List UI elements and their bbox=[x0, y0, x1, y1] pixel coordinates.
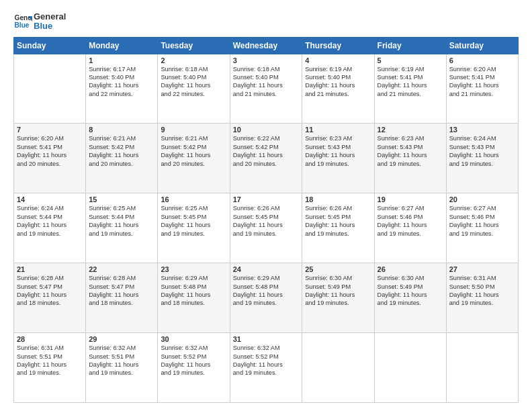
day-cell: 9Sunrise: 6:21 AM Sunset: 5:42 PM Daylig… bbox=[158, 124, 230, 193]
day-info: Sunrise: 6:18 AM Sunset: 5:40 PM Dayligh… bbox=[161, 65, 226, 99]
day-cell: 2Sunrise: 6:18 AM Sunset: 5:40 PM Daylig… bbox=[158, 54, 230, 124]
logo-general: General bbox=[34, 12, 66, 21]
day-cell: 14Sunrise: 6:24 AM Sunset: 5:44 PM Dayli… bbox=[14, 193, 86, 263]
weekday-monday: Monday bbox=[86, 37, 158, 54]
day-number: 8 bbox=[89, 126, 154, 134]
weekday-friday: Friday bbox=[374, 37, 446, 54]
day-number: 27 bbox=[449, 265, 515, 273]
weekday-wednesday: Wednesday bbox=[230, 37, 302, 54]
weekday-header-row: SundayMondayTuesdayWednesdayThursdayFrid… bbox=[14, 37, 519, 54]
logo-blue: Blue bbox=[34, 21, 66, 31]
day-number: 20 bbox=[449, 195, 515, 203]
day-cell bbox=[302, 333, 374, 403]
day-cell: 31Sunrise: 6:32 AM Sunset: 5:52 PM Dayli… bbox=[230, 333, 302, 403]
svg-text:Blue: Blue bbox=[15, 21, 30, 29]
day-cell: 16Sunrise: 6:25 AM Sunset: 5:45 PM Dayli… bbox=[158, 193, 230, 263]
day-cell: 4Sunrise: 6:19 AM Sunset: 5:40 PM Daylig… bbox=[302, 54, 374, 124]
day-cell: 7Sunrise: 6:20 AM Sunset: 5:41 PM Daylig… bbox=[14, 124, 86, 193]
day-cell: 27Sunrise: 6:31 AM Sunset: 5:50 PM Dayli… bbox=[446, 263, 518, 333]
day-number: 7 bbox=[17, 126, 83, 134]
day-info: Sunrise: 6:23 AM Sunset: 5:43 PM Dayligh… bbox=[378, 134, 443, 168]
day-info: Sunrise: 6:29 AM Sunset: 5:48 PM Dayligh… bbox=[233, 274, 300, 308]
day-info: Sunrise: 6:32 AM Sunset: 5:52 PM Dayligh… bbox=[233, 344, 300, 377]
day-number: 16 bbox=[161, 195, 226, 203]
page: General Blue General Blue SundayMondayTu… bbox=[0, 0, 532, 411]
week-row-2: 14Sunrise: 6:24 AM Sunset: 5:44 PM Dayli… bbox=[14, 193, 519, 263]
day-info: Sunrise: 6:25 AM Sunset: 5:44 PM Dayligh… bbox=[89, 204, 154, 238]
day-cell: 28Sunrise: 6:31 AM Sunset: 5:51 PM Dayli… bbox=[14, 333, 86, 403]
day-number: 12 bbox=[378, 126, 443, 134]
day-info: Sunrise: 6:28 AM Sunset: 5:47 PM Dayligh… bbox=[89, 274, 154, 308]
day-number: 29 bbox=[89, 335, 154, 343]
day-info: Sunrise: 6:21 AM Sunset: 5:42 PM Dayligh… bbox=[161, 134, 226, 168]
day-info: Sunrise: 6:26 AM Sunset: 5:45 PM Dayligh… bbox=[305, 204, 371, 238]
weekday-tuesday: Tuesday bbox=[158, 37, 230, 54]
day-cell: 26Sunrise: 6:30 AM Sunset: 5:49 PM Dayli… bbox=[374, 263, 446, 333]
calendar-table: SundayMondayTuesdayWednesdayThursdayFrid… bbox=[13, 37, 519, 403]
weekday-thursday: Thursday bbox=[302, 37, 374, 54]
calendar-body: 1Sunrise: 6:17 AM Sunset: 5:40 PM Daylig… bbox=[14, 54, 519, 402]
day-number: 17 bbox=[233, 195, 300, 203]
day-cell bbox=[446, 333, 518, 403]
day-info: Sunrise: 6:17 AM Sunset: 5:40 PM Dayligh… bbox=[89, 65, 154, 99]
day-cell: 19Sunrise: 6:27 AM Sunset: 5:46 PM Dayli… bbox=[374, 193, 446, 263]
day-info: Sunrise: 6:20 AM Sunset: 5:41 PM Dayligh… bbox=[449, 65, 515, 99]
day-info: Sunrise: 6:29 AM Sunset: 5:48 PM Dayligh… bbox=[161, 274, 226, 308]
day-info: Sunrise: 6:26 AM Sunset: 5:45 PM Dayligh… bbox=[233, 204, 300, 238]
day-number: 3 bbox=[233, 56, 300, 64]
day-info: Sunrise: 6:31 AM Sunset: 5:50 PM Dayligh… bbox=[449, 274, 515, 308]
day-number: 13 bbox=[449, 126, 515, 134]
day-cell: 20Sunrise: 6:27 AM Sunset: 5:46 PM Dayli… bbox=[446, 193, 518, 263]
day-info: Sunrise: 6:32 AM Sunset: 5:51 PM Dayligh… bbox=[89, 344, 154, 377]
day-cell bbox=[14, 54, 86, 124]
week-row-4: 28Sunrise: 6:31 AM Sunset: 5:51 PM Dayli… bbox=[14, 333, 519, 403]
day-number: 18 bbox=[305, 195, 371, 203]
day-cell: 6Sunrise: 6:20 AM Sunset: 5:41 PM Daylig… bbox=[446, 54, 518, 124]
day-number: 28 bbox=[17, 335, 83, 343]
day-info: Sunrise: 6:23 AM Sunset: 5:43 PM Dayligh… bbox=[305, 134, 371, 168]
header: General Blue General Blue bbox=[13, 12, 519, 32]
day-cell: 30Sunrise: 6:32 AM Sunset: 5:52 PM Dayli… bbox=[158, 333, 230, 403]
day-number: 23 bbox=[161, 265, 226, 273]
day-cell: 11Sunrise: 6:23 AM Sunset: 5:43 PM Dayli… bbox=[302, 124, 374, 193]
day-cell: 3Sunrise: 6:18 AM Sunset: 5:40 PM Daylig… bbox=[230, 54, 302, 124]
day-number: 25 bbox=[305, 265, 371, 273]
week-row-1: 7Sunrise: 6:20 AM Sunset: 5:41 PM Daylig… bbox=[14, 124, 519, 193]
day-info: Sunrise: 6:27 AM Sunset: 5:46 PM Dayligh… bbox=[378, 204, 443, 238]
day-cell: 10Sunrise: 6:22 AM Sunset: 5:42 PM Dayli… bbox=[230, 124, 302, 193]
day-number: 22 bbox=[89, 265, 154, 273]
day-info: Sunrise: 6:20 AM Sunset: 5:41 PM Dayligh… bbox=[17, 134, 83, 168]
day-number: 6 bbox=[449, 56, 515, 64]
day-number: 30 bbox=[161, 335, 226, 343]
weekday-saturday: Saturday bbox=[446, 37, 518, 54]
week-row-0: 1Sunrise: 6:17 AM Sunset: 5:40 PM Daylig… bbox=[14, 54, 519, 124]
logo: General Blue General Blue bbox=[13, 12, 66, 32]
calendar-header: SundayMondayTuesdayWednesdayThursdayFrid… bbox=[14, 37, 519, 54]
day-cell: 29Sunrise: 6:32 AM Sunset: 5:51 PM Dayli… bbox=[86, 333, 158, 403]
day-cell: 5Sunrise: 6:19 AM Sunset: 5:41 PM Daylig… bbox=[374, 54, 446, 124]
day-number: 31 bbox=[233, 335, 300, 343]
day-cell: 22Sunrise: 6:28 AM Sunset: 5:47 PM Dayli… bbox=[86, 263, 158, 333]
day-cell: 17Sunrise: 6:26 AM Sunset: 5:45 PM Dayli… bbox=[230, 193, 302, 263]
day-number: 4 bbox=[305, 56, 371, 64]
day-cell: 13Sunrise: 6:24 AM Sunset: 5:43 PM Dayli… bbox=[446, 124, 518, 193]
day-number: 5 bbox=[378, 56, 443, 64]
day-cell: 12Sunrise: 6:23 AM Sunset: 5:43 PM Dayli… bbox=[374, 124, 446, 193]
day-number: 11 bbox=[305, 126, 371, 134]
day-cell: 8Sunrise: 6:21 AM Sunset: 5:42 PM Daylig… bbox=[86, 124, 158, 193]
logo-icon: General Blue bbox=[13, 12, 32, 31]
day-info: Sunrise: 6:18 AM Sunset: 5:40 PM Dayligh… bbox=[233, 65, 300, 99]
day-cell: 25Sunrise: 6:30 AM Sunset: 5:49 PM Dayli… bbox=[302, 263, 374, 333]
day-number: 21 bbox=[17, 265, 83, 273]
day-cell: 21Sunrise: 6:28 AM Sunset: 5:47 PM Dayli… bbox=[14, 263, 86, 333]
day-info: Sunrise: 6:30 AM Sunset: 5:49 PM Dayligh… bbox=[378, 274, 443, 308]
day-info: Sunrise: 6:32 AM Sunset: 5:52 PM Dayligh… bbox=[161, 344, 226, 377]
day-cell: 23Sunrise: 6:29 AM Sunset: 5:48 PM Dayli… bbox=[158, 263, 230, 333]
day-number: 2 bbox=[161, 56, 226, 64]
day-info: Sunrise: 6:27 AM Sunset: 5:46 PM Dayligh… bbox=[449, 204, 515, 238]
day-number: 26 bbox=[378, 265, 443, 273]
week-row-3: 21Sunrise: 6:28 AM Sunset: 5:47 PM Dayli… bbox=[14, 263, 519, 333]
day-cell: 18Sunrise: 6:26 AM Sunset: 5:45 PM Dayli… bbox=[302, 193, 374, 263]
day-number: 14 bbox=[17, 195, 83, 203]
weekday-sunday: Sunday bbox=[14, 37, 86, 54]
